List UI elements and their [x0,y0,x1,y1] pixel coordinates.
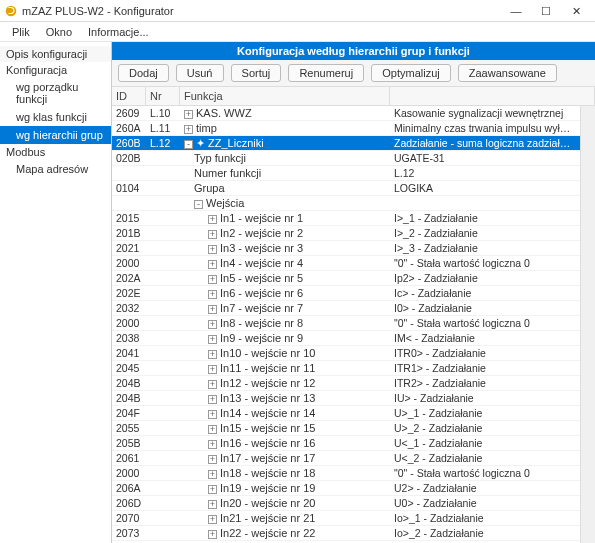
expander-icon[interactable]: + [184,125,193,134]
table-row[interactable]: -Wejścia [112,196,580,211]
table-row[interactable]: 206A+In19 - wejście nr 19U2> - Zadziałan… [112,481,580,496]
vertical-scrollbar[interactable] [580,106,595,543]
table-row[interactable]: 2038+In9 - wejście nr 9IM< - Zadziałanie [112,331,580,346]
expander-icon[interactable]: + [208,290,217,299]
cell-desc: U2> - Zadziałanie [390,481,580,495]
col-id[interactable]: ID [112,87,146,105]
expander-icon[interactable]: + [208,485,217,494]
minimize-button[interactable]: — [501,2,531,20]
expander-icon[interactable]: + [208,380,217,389]
cell-nr [146,382,180,384]
cell-fn: +In15 - wejście nr 15 [180,421,390,435]
expander-icon[interactable]: + [208,425,217,434]
table-row[interactable]: 2041+In10 - wejście nr 10ITR0> - Zadział… [112,346,580,361]
table-row[interactable]: 204B+In12 - wejście nr 12ITR2> - Zadział… [112,376,580,391]
table-row[interactable]: 202E+In6 - wejście nr 6Ic> - Zadziałanie [112,286,580,301]
expander-icon[interactable]: + [208,500,217,509]
optimize-button[interactable]: Optymalizuj [371,64,450,82]
cell-fn: +In1 - wejście nr 1 [180,211,390,225]
sidebar-item-hierarchii[interactable]: wg hierarchii grup [0,126,111,144]
table-row[interactable]: 260AL.11+timpMinimalny czas trwania impu… [112,121,580,136]
table-row[interactable]: 020BTyp funkcjiUGATE-31 [112,151,580,166]
expander-icon[interactable]: + [208,305,217,314]
table-row[interactable]: 2000+In8 - wejście nr 8"0" - Stała warto… [112,316,580,331]
expander-icon[interactable]: + [208,410,217,419]
advanced-button[interactable]: Zaawansowane [458,64,557,82]
expander-icon[interactable]: + [208,335,217,344]
table-row[interactable]: 2070+In21 - wejście nr 21Io>_1 - Zadział… [112,511,580,526]
cell-fn: Numer funkcji [180,166,390,180]
cell-fn: +In17 - wejście nr 17 [180,451,390,465]
cell-id: 260A [112,121,146,135]
renumber-button[interactable]: Renumeruj [288,64,364,82]
grid-body[interactable]: 2609L.10+KAS. WWZKasowanie sygnalizacji … [112,106,580,543]
expander-icon[interactable]: + [208,470,217,479]
col-fn[interactable]: Funkcja [180,87,390,105]
expander-icon[interactable]: + [208,245,217,254]
sidebar-item-porzadku[interactable]: wg porządku funkcji [0,78,111,108]
expander-icon[interactable]: + [208,320,217,329]
table-row[interactable]: 0104GrupaLOGIKA [112,181,580,196]
col-desc[interactable] [390,87,595,105]
expander-icon[interactable]: + [208,365,217,374]
cell-id [112,202,146,204]
close-button[interactable]: ✕ [561,2,591,20]
cell-id: 2015 [112,211,146,225]
cell-id: 204B [112,391,146,405]
expander-icon[interactable]: + [208,275,217,284]
cell-nr [146,532,180,534]
sidebar-item-mapa[interactable]: Mapa adresów [0,160,111,178]
cell-nr [146,457,180,459]
expander-icon[interactable]: + [208,395,217,404]
table-row[interactable]: 206D+In20 - wejście nr 20U0> - Zadziałan… [112,496,580,511]
expander-icon[interactable]: + [208,530,217,539]
table-row[interactable]: Numer funkcjiL.12 [112,166,580,181]
table-row[interactable]: 205B+In16 - wejście nr 16U<_1 - Zadziała… [112,436,580,451]
table-row[interactable]: 204F+In14 - wejście nr 14U>_1 - Zadziała… [112,406,580,421]
cell-id: 204B [112,376,146,390]
cell-fn: +In13 - wejście nr 13 [180,391,390,405]
table-row[interactable]: 2000+In18 - wejście nr 18"0" - Stała war… [112,466,580,481]
expander-icon[interactable]: + [208,515,217,524]
expander-icon[interactable]: + [208,260,217,269]
sidebar-header-opis[interactable]: Opis konfiguracji [0,46,111,62]
table-row[interactable]: 2000+In4 - wejście nr 4"0" - Stała warto… [112,256,580,271]
expander-icon[interactable]: + [184,110,193,119]
table-row[interactable]: 2055+In15 - wejście nr 15U>_2 - Zadziała… [112,421,580,436]
table-row[interactable]: 2032+In7 - wejście nr 7I0> - Zadziałanie [112,301,580,316]
table-row[interactable]: 2015+In1 - wejście nr 1I>_1 - Zadziałani… [112,211,580,226]
cell-nr [146,487,180,489]
sidebar-group-modbus[interactable]: Modbus [0,144,111,160]
add-button[interactable]: Dodaj [118,64,169,82]
table-row[interactable]: 204B+In13 - wejście nr 13IU> - Zadziałan… [112,391,580,406]
sidebar-item-klas[interactable]: wg klas funkcji [0,108,111,126]
cell-id: 2038 [112,331,146,345]
expander-icon[interactable]: - [194,200,203,209]
table-row[interactable]: 2045+In11 - wejście nr 11ITR1> - Zadział… [112,361,580,376]
table-row[interactable]: 2061+In17 - wejście nr 17U<_2 - Zadziała… [112,451,580,466]
expander-icon[interactable]: + [208,215,217,224]
expander-icon[interactable]: + [208,350,217,359]
cell-desc: "0" - Stała wartość logiczna 0 [390,466,580,480]
menu-okno[interactable]: Okno [38,24,80,40]
maximize-button[interactable]: ☐ [531,2,561,20]
cell-nr: L.12 [146,136,180,150]
sidebar-group-konfiguracja[interactable]: Konfiguracja [0,62,111,78]
expander-icon[interactable]: + [208,440,217,449]
expander-icon[interactable]: + [208,455,217,464]
table-row[interactable]: 2609L.10+KAS. WWZKasowanie sygnalizacji … [112,106,580,121]
table-row[interactable]: 202A+In5 - wejście nr 5Ip2> - Zadziałani… [112,271,580,286]
expander-icon[interactable]: - [184,140,193,149]
menu-plik[interactable]: Plik [4,24,38,40]
col-nr[interactable]: Nr [146,87,180,105]
table-row[interactable]: 260BL.12-✦ ZZ_LicznikiZadziałanie - suma… [112,136,580,151]
cell-desc: IM< - Zadziałanie [390,331,580,345]
expander-icon[interactable]: + [208,230,217,239]
table-row[interactable]: 201B+In2 - wejście nr 2I>_2 - Zadziałani… [112,226,580,241]
sort-button[interactable]: Sortuj [231,64,282,82]
delete-button[interactable]: Usuń [176,64,224,82]
table-row[interactable]: 2021+In3 - wejście nr 3I>_3 - Zadziałani… [112,241,580,256]
menu-informacje[interactable]: Informacje... [80,24,157,40]
cell-id: 202A [112,271,146,285]
table-row[interactable]: 2073+In22 - wejście nr 22Io>_2 - Zadział… [112,526,580,541]
